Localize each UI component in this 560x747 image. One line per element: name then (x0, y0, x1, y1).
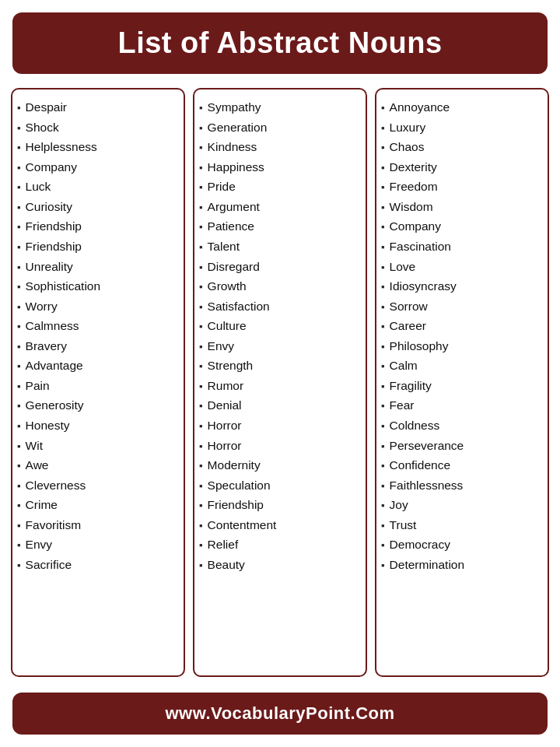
list-item: Modernity (199, 455, 359, 475)
column-1: DespairShockHelplessnessCompanyLuckCurio… (11, 88, 185, 677)
list-item: Kindness (199, 137, 359, 157)
list-item: Curiosity (17, 197, 177, 217)
list-item: Relief (199, 535, 359, 555)
list-item: Favoritism (17, 515, 177, 535)
list-item: Determination (381, 555, 541, 575)
list-item: Annoyance (381, 97, 541, 117)
list-item: Fear (381, 395, 541, 416)
list-item: Shock (17, 117, 177, 138)
list-item: Sophistication (17, 276, 177, 296)
list-item: Calmness (17, 316, 177, 336)
footer-url: www.VocabularyPoint.Com (165, 703, 394, 723)
page-header: List of Abstract Nouns (12, 12, 548, 74)
list-item: Love (381, 257, 541, 277)
list-item: Perseverance (381, 436, 541, 456)
list-item: Dexterity (381, 157, 541, 177)
page-footer: www.VocabularyPoint.Com (12, 693, 548, 735)
list-item: Honesty (17, 416, 177, 436)
list-item: Generation (199, 117, 359, 138)
list-item: Trust (381, 515, 541, 535)
list-item: Philosophy (381, 336, 541, 356)
list-item: Denial (199, 395, 359, 416)
list-item: Horror (199, 436, 359, 456)
list-item: Luxury (381, 117, 541, 138)
list-item: Strength (199, 356, 359, 376)
list-item: Patience (199, 216, 359, 237)
list-item: Awe (17, 455, 177, 475)
list-item: Pride (199, 177, 359, 197)
list-item: Unreality (17, 257, 177, 277)
list-item: Wisdom (381, 197, 541, 217)
list-item: Satisfaction (199, 296, 359, 317)
list-item: Advantage (17, 356, 177, 376)
list-item: Horror (199, 416, 359, 436)
list-item: Idiosyncrasy (381, 276, 541, 296)
list-item: Sorrow (381, 296, 541, 317)
list-item: Faithlessness (381, 475, 541, 496)
list-item: Beauty (199, 555, 359, 575)
list-item: Company (17, 157, 177, 177)
list-item: Company (381, 216, 541, 237)
list-item: Friendship (199, 495, 359, 515)
list-item: Generosity (17, 395, 177, 416)
list-item: Culture (199, 316, 359, 336)
column-3: AnnoyanceLuxuryChaosDexterityFreedomWisd… (375, 88, 549, 677)
list-item: Bravery (17, 336, 177, 356)
list-item: Coldness (381, 416, 541, 436)
columns-container: DespairShockHelplessnessCompanyLuckCurio… (0, 83, 560, 686)
list-item: Confidence (381, 455, 541, 475)
list-item: Disregard (199, 257, 359, 277)
list-item: Contentment (199, 515, 359, 535)
list-item: Envy (199, 336, 359, 356)
list-item: Joy (381, 495, 541, 515)
list-item: Fragility (381, 376, 541, 396)
list-item: Luck (17, 177, 177, 197)
list-item: Career (381, 316, 541, 336)
list-item: Sacrifice (17, 555, 177, 575)
list-item: Wit (17, 436, 177, 456)
list-item: Rumor (199, 376, 359, 396)
list-item: Calm (381, 356, 541, 376)
list-item: Cleverness (17, 475, 177, 496)
list-item: Pain (17, 376, 177, 396)
list-item: Helplessness (17, 137, 177, 157)
list-item: Worry (17, 296, 177, 317)
list-item: Sympathy (199, 97, 359, 117)
list-item: Growth (199, 276, 359, 296)
list-item: Freedom (381, 177, 541, 197)
list-item: Chaos (381, 137, 541, 157)
list-item: Fascination (381, 237, 541, 257)
page-title: List of Abstract Nouns (31, 26, 529, 60)
column-3-list: AnnoyanceLuxuryChaosDexterityFreedomWisd… (381, 97, 541, 575)
list-item: Friendship (17, 237, 177, 257)
column-1-list: DespairShockHelplessnessCompanyLuckCurio… (17, 97, 177, 575)
list-item: Argument (199, 197, 359, 217)
column-2-list: SympathyGenerationKindnessHappinessPride… (199, 97, 359, 575)
list-item: Talent (199, 237, 359, 257)
column-2: SympathyGenerationKindnessHappinessPride… (193, 88, 367, 677)
list-item: Despair (17, 97, 177, 117)
list-item: Democracy (381, 535, 541, 555)
list-item: Envy (17, 535, 177, 555)
list-item: Speculation (199, 475, 359, 496)
list-item: Friendship (17, 216, 177, 237)
list-item: Happiness (199, 157, 359, 177)
list-item: Crime (17, 495, 177, 515)
